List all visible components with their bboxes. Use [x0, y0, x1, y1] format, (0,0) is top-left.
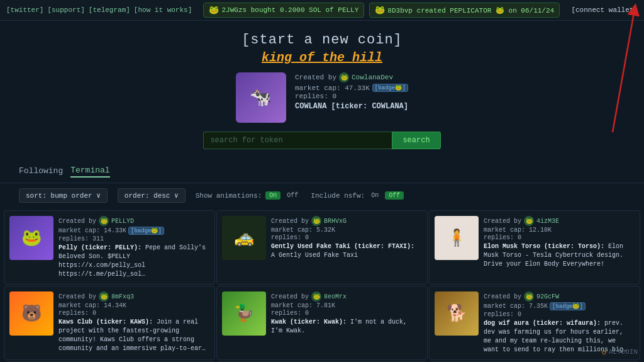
coin-desc-2: Elon Musk Torso (ticker: Torso): Elon Mu… [484, 242, 635, 269]
featured-ticker-name: COWLANA [ticker: COWLANA] [295, 102, 408, 111]
featured-market-cap: market cap: 47.33K [badge🐸] [295, 84, 408, 92]
created-by-label: Created by [295, 74, 336, 81]
ticker-text-1: 8D3bvp created PEPLICATOR 🐸 on 06/11/24 [387, 6, 554, 14]
start-new-coin-title[interactable]: [start a new coin] [0, 32, 644, 48]
coin-info-3: Created by 🐸 8mFxq3 market cap: 14.34K r… [58, 291, 209, 354]
twitter-link[interactable]: [twitter] [6, 6, 43, 14]
animations-on-btn[interactable]: On [265, 191, 280, 200]
coin-thumb-1: 🚕 [222, 216, 266, 260]
tab-terminal[interactable]: Terminal [70, 166, 109, 178]
coin-card-2[interactable]: 🧍 Created by 🐸 4izM3E market cap: 12.10K… [429, 210, 640, 285]
featured-mcap-value: market cap: 47.33K [295, 84, 370, 92]
featured-coin[interactable]: 🐄 Created by 🐸 CowlanaDev market cap: 47… [171, 72, 473, 123]
coin-name-bold-4: Kwak (ticker: Kwak): [271, 319, 347, 325]
coin-badge-0: [badge🐸] [128, 227, 164, 235]
coin-created-label-1: Created by [271, 218, 309, 225]
altcoin-badge: ☼ ALTCOIN [601, 347, 638, 357]
coin-creator-name-2: 4izM3E [536, 218, 559, 225]
ticker-item-1[interactable]: 🐸 8D3bvp created PEPLICATOR 🐸 on 06/11/2… [369, 3, 560, 18]
coin-desc-0: Pelly (ticker: PELLY): Pepe and Solly's … [58, 244, 209, 279]
coin-user-icon-4: 🐸 [311, 291, 321, 302]
featured-coin-image: 🐄 [236, 72, 286, 123]
frog-icon-0: 🐸 [209, 5, 219, 15]
coin-created-by-0: Created by 🐸 PELLYD [58, 216, 209, 226]
connect-wallet-link[interactable]: [connect wallet] [571, 6, 638, 14]
coin-creator-name-0: PELLYD [111, 218, 134, 225]
coin-replies-1: replies: 0 [271, 234, 422, 241]
coin-creator-name-5: 92GcFW [536, 293, 559, 300]
coin-created-by-5: Created by 🐸 92GcFW [484, 291, 635, 302]
coin-info-4: Created by 🐸 8eoMrx market cap: 7.81K re… [271, 291, 422, 354]
coin-desc-3: Kaws Club (ticker: KAWS): Join a real pr… [58, 318, 209, 353]
king-of-hill-label: king of the hill [262, 50, 382, 65]
coin-created-label-3: Created by [58, 293, 96, 300]
telegram-link[interactable]: [telegram] [89, 6, 130, 14]
coin-replies-4: replies: 0 [271, 310, 422, 317]
search-input[interactable] [203, 132, 392, 149]
search-button[interactable]: search [392, 132, 440, 149]
sort-dropdown[interactable]: sort: bump order ∨ [19, 188, 108, 203]
coin-card-1[interactable]: 🚕 Created by 🐸 BRHVxG market cap: 5.32K … [216, 210, 428, 285]
coin-name-bold-0: Pelly (ticker: PELLY): [58, 244, 142, 251]
animations-label: Show animations: [196, 192, 262, 200]
coin-info-1: Created by 🐸 BRHVxG market cap: 5.32K re… [271, 216, 422, 279]
top-bar-links: [twitter] [support] [telegram] [how it w… [6, 6, 192, 14]
coin-card-0[interactable]: 🐸 Created by 🐸 PELLYD market cap: 14.33K… [4, 210, 215, 285]
order-dropdown[interactable]: order: desc ∨ [118, 188, 186, 203]
nsfw-on-btn[interactable]: On [369, 191, 381, 200]
featured-coin-emoji: 🐄 [250, 87, 272, 108]
how-it-works-link[interactable]: [how it works] [134, 6, 192, 14]
coin-created-by-1: Created by 🐸 BRHVxG [271, 216, 422, 226]
featured-user-icon: 🐸 [339, 72, 349, 82]
main-header: [start a new coin] king of the hill 🐄 Cr… [0, 21, 644, 166]
altcoin-icon: ☼ [601, 347, 606, 357]
coin-badge-5: [badge🐸] [550, 302, 586, 310]
coin-info-2: Created by 🐸 4izM3E market cap: 12.10K r… [484, 216, 635, 279]
coin-creator-name-4: 8eoMrx [324, 293, 347, 300]
coin-info-5: Created by 🐸 92GcFW market cap: 7.35K [b… [484, 291, 635, 354]
coin-mcap-2: market cap: 12.10K [484, 227, 635, 234]
coin-info-0: Created by 🐸 PELLYD market cap: 14.33K [… [58, 216, 209, 279]
coin-thumb-3: 🐻 [9, 291, 53, 336]
coin-user-icon-2: 🐸 [524, 216, 534, 226]
coin-thumb-2: 🧍 [435, 216, 479, 260]
coin-created-by-3: Created by 🐸 8mFxq3 [58, 291, 209, 302]
coin-mcap-label-2: market cap: 12.10K [484, 227, 552, 234]
search-bar: search [0, 132, 644, 149]
coin-mcap-4: market cap: 7.81K [271, 302, 422, 309]
coin-created-label-2: Created by [484, 218, 521, 225]
coin-user-icon-5: 🐸 [524, 291, 534, 302]
coin-mcap-label-0: market cap: 14.33K [58, 227, 126, 234]
coin-name-bold-1: Gently Used Fake Taki (ticker: FTAXI): [271, 243, 414, 250]
coin-creator-name-3: 8mFxq3 [111, 293, 134, 300]
coin-thumb-0: 🐸 [9, 216, 53, 260]
coin-card-3[interactable]: 🐻 Created by 🐸 8mFxq3 market cap: 14.34K… [4, 286, 215, 360]
featured-created-by: Created by 🐸 CowlanaDev [295, 72, 408, 82]
support-link[interactable]: [support] [47, 6, 84, 14]
coin-thumb-4: 🦆 [222, 291, 266, 336]
animations-toggle-group: Show animations: On Off [196, 191, 301, 200]
featured-creator-name: CowlanaDev [352, 74, 393, 81]
coin-user-icon-0: 🐸 [99, 216, 109, 226]
coin-card-4[interactable]: 🦆 Created by 🐸 8eoMrx market cap: 7.81K … [216, 286, 428, 360]
nsfw-toggle-group: Include nsfw: On Off [311, 191, 404, 200]
featured-replies: replies: 0 [295, 93, 408, 100]
frog-icon-1: 🐸 [375, 5, 385, 15]
coin-user-icon-1: 🐸 [311, 216, 321, 226]
top-bar: [twitter] [support] [telegram] [how it w… [0, 0, 644, 21]
nsfw-off-btn[interactable]: Off [385, 191, 404, 200]
controls-row: sort: bump order ∨ order: desc ∨ Show an… [0, 183, 644, 208]
coin-replies-2: replies: 0 [484, 234, 635, 241]
coin-replies-3: replies: 0 [58, 310, 209, 317]
coin-created-label-0: Created by [58, 218, 96, 225]
coin-name-bold-5: dog wif aura (ticker: wifaura): [484, 320, 601, 327]
tab-following[interactable]: Following [19, 166, 63, 177]
animations-off-btn[interactable]: Off [284, 191, 301, 200]
coin-created-label-4: Created by [271, 293, 309, 300]
coin-mcap-label-5: market cap: 7.35K [484, 303, 548, 310]
coin-mcap-5: market cap: 7.35K [badge🐸] [484, 302, 635, 310]
coin-desc-1: Gently Used Fake Taki (ticker: FTAXI): A… [271, 242, 422, 260]
coin-thumb-5: 🐕 [435, 291, 479, 336]
ticker-item-0[interactable]: 🐸 2JWGzs bought 0.2000 SOL of PELLY [203, 3, 364, 18]
coin-name-bold-2: Elon Musk Torso (ticker: Torso): [484, 243, 604, 250]
